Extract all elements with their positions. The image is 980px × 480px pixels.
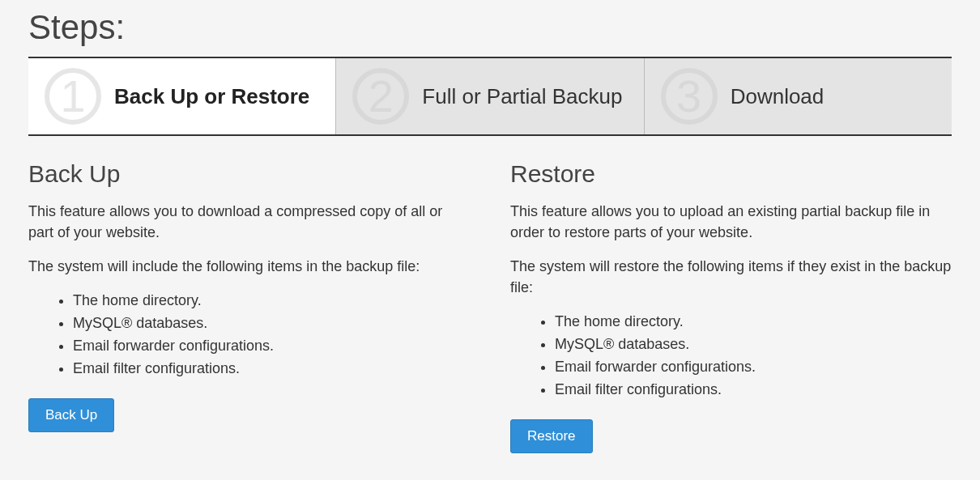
backup-column: Back Up This feature allows you to downl…: [28, 160, 470, 453]
list-item: Email forwarder configurations.: [73, 335, 470, 358]
tab-backup-or-restore[interactable]: 1 Back Up or Restore: [28, 58, 336, 134]
step-label: Full or Partial Backup: [422, 84, 622, 109]
list-item: The home directory.: [555, 311, 952, 333]
list-item: Email forwarder configurations.: [555, 356, 952, 379]
list-item: MySQL® databases.: [73, 312, 470, 335]
list-item: Email filter configurations.: [73, 358, 470, 380]
backup-description: This feature allows you to download a co…: [28, 201, 470, 243]
content-columns: Back Up This feature allows you to downl…: [28, 160, 952, 453]
restore-description: This feature allows you to upload an exi…: [510, 201, 952, 243]
backup-item-list: The home directory. MySQL® databases. Em…: [28, 290, 470, 380]
step-label: Download: [731, 84, 824, 109]
list-item: MySQL® databases.: [555, 333, 952, 356]
restore-item-list: The home directory. MySQL® databases. Em…: [510, 311, 952, 401]
backup-include-intro: The system will include the following it…: [28, 256, 470, 277]
restore-column: Restore This feature allows you to uploa…: [510, 160, 952, 453]
list-item: Email filter configurations.: [555, 379, 952, 401]
page-title: Steps:: [28, 8, 952, 47]
step-label: Back Up or Restore: [114, 84, 309, 109]
backup-title: Back Up: [28, 160, 470, 188]
restore-include-intro: The system will restore the following it…: [510, 256, 952, 298]
tab-download[interactable]: 3 Download: [645, 58, 952, 134]
restore-title: Restore: [510, 160, 952, 188]
list-item: The home directory.: [73, 290, 470, 312]
step-number-icon: 3: [661, 68, 718, 125]
backup-button[interactable]: Back Up: [28, 398, 114, 432]
steps-tabs: 1 Back Up or Restore 2 Full or Partial B…: [28, 57, 952, 136]
step-number-icon: 2: [352, 68, 409, 125]
restore-button[interactable]: Restore: [510, 419, 593, 453]
tab-full-or-partial-backup[interactable]: 2 Full or Partial Backup: [336, 58, 644, 134]
step-number-icon: 1: [45, 68, 101, 125]
